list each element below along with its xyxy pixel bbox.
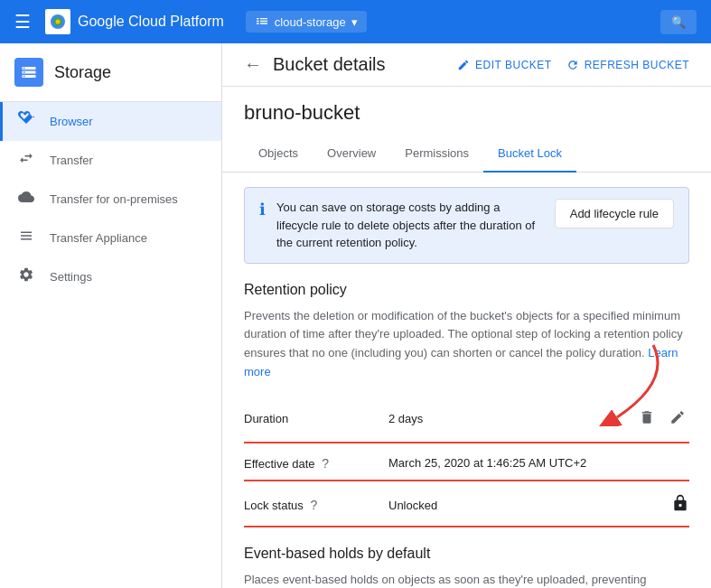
settings-icon: [17, 266, 35, 287]
bucket-section: bruno-bucket: [222, 87, 711, 125]
google-cloud-icon: [49, 13, 67, 31]
sidebar-product-name: Storage: [54, 63, 111, 82]
refresh-icon: [566, 59, 579, 71]
bucket-name: bruno-bucket: [244, 101, 689, 125]
edit-icon: [457, 59, 470, 71]
tab-permissions-label: Permissions: [405, 146, 469, 160]
duration-delete-button[interactable]: [635, 406, 659, 433]
duration-label: Duration: [244, 412, 388, 425]
padlock-icon: [671, 494, 689, 512]
edit-bucket-label: EDIT BUCKET: [475, 59, 552, 71]
sidebar-item-transfer-onprem[interactable]: Transfer for on-premises: [0, 180, 221, 219]
refresh-bucket-label: REFRESH BUCKET: [585, 59, 689, 71]
tab-overview[interactable]: Overview: [313, 135, 390, 173]
sidebar-item-transfer-appliance-label: Transfer Appliance: [50, 231, 147, 245]
main-header: ← Bucket details EDIT BUCKET REFRESH BUC…: [222, 43, 711, 87]
effective-date-help-icon[interactable]: ?: [322, 456, 329, 471]
effective-date-value: March 25, 2020 at 1:46:25 AM UTC+2: [388, 456, 689, 470]
svg-point-2: [56, 20, 61, 24]
main-layout: Storage Browser Transfer: [0, 43, 711, 588]
info-banner-text: You can save on storage costs by adding …: [276, 199, 544, 252]
info-banner: ℹ You can save on storage costs by addin…: [244, 187, 689, 264]
duration-field: Duration 2 days: [244, 397, 689, 443]
storage-icon: [21, 64, 37, 80]
tab-bucket-lock-label: Bucket Lock: [498, 146, 562, 160]
event-holds-desc: Places event-based holds on objects as s…: [244, 571, 689, 588]
retention-policy-title: Retention policy: [244, 282, 689, 298]
sidebar-item-transfer-appliance[interactable]: Transfer Appliance: [0, 219, 221, 257]
sidebar-item-transfer-onprem-label: Transfer for on-premises: [50, 192, 178, 206]
delete-icon: [639, 409, 655, 425]
appliance-svg: [18, 228, 34, 244]
menu-icon[interactable]: ☰: [14, 11, 31, 33]
project-dropdown-icon: ▾: [351, 15, 358, 29]
transfer-appliance-icon: [17, 228, 35, 248]
transfer-svg: [18, 150, 34, 166]
effective-date-field: Effective date ? March 25, 2020 at 1:46:…: [244, 447, 689, 481]
lock-icon[interactable]: [671, 494, 689, 517]
lock-status-help-icon[interactable]: ?: [310, 498, 317, 512]
sidebar-item-browser-label: Browser: [50, 115, 93, 128]
storage-product-icon: [14, 58, 43, 87]
main-content: ← Bucket details EDIT BUCKET REFRESH BUC…: [222, 43, 711, 588]
browser-svg: [18, 111, 34, 127]
sidebar-header: Storage: [0, 43, 221, 102]
gear-svg: [18, 266, 34, 283]
event-holds-title: Event-based holds by default: [244, 546, 689, 562]
content-area: ℹ You can save on storage costs by addin…: [222, 173, 711, 588]
lock-status-value: Unlocked: [388, 499, 671, 512]
tabs-container: Objects Overview Permissions Bucket Lock: [222, 135, 711, 173]
refresh-bucket-button[interactable]: REFRESH BUCKET: [566, 59, 689, 71]
header-actions: EDIT BUCKET REFRESH BUCKET: [457, 59, 689, 71]
sidebar-item-browser[interactable]: Browser: [0, 102, 221, 141]
back-button[interactable]: ←: [244, 54, 262, 75]
sidebar-item-settings[interactable]: Settings: [0, 257, 221, 296]
search-icon: 🔍: [671, 15, 686, 29]
cloud-icon: [18, 189, 34, 205]
logo-image: [45, 9, 70, 34]
search-button[interactable]: 🔍: [660, 10, 697, 34]
project-selector[interactable]: cloud-storage ▾: [246, 11, 367, 33]
tab-objects-label: Objects: [258, 146, 298, 160]
retention-learn-more-link[interactable]: Learn more: [244, 346, 678, 378]
info-icon: ℹ: [259, 200, 266, 219]
page-title: Bucket details: [273, 54, 446, 75]
sidebar-item-settings-label: Settings: [50, 270, 92, 284]
retention-policy-section: Retention policy Prevents the deletion o…: [244, 282, 689, 527]
duration-actions: [635, 406, 689, 433]
tab-overview-label: Overview: [327, 146, 376, 160]
duration-edit-button[interactable]: [666, 406, 689, 433]
tab-objects[interactable]: Objects: [244, 135, 313, 173]
top-nav: ☰ Google Cloud Platform cloud-storage ▾ …: [0, 0, 711, 43]
event-holds-section: Event-based holds by default Places even…: [244, 546, 689, 588]
lock-status-field: Lock status ? Unlocked: [244, 485, 689, 527]
project-name: cloud-storage: [275, 15, 346, 29]
app-logo[interactable]: Google Cloud Platform: [45, 9, 224, 34]
browser-icon: [17, 111, 35, 132]
transfer-icon: [17, 150, 35, 171]
tab-bucket-lock[interactable]: Bucket Lock: [483, 135, 576, 173]
edit-bucket-button[interactable]: EDIT BUCKET: [457, 59, 552, 71]
transfer-onprem-icon: [17, 189, 35, 210]
add-lifecycle-rule-button[interactable]: Add lifecycle rule: [555, 199, 674, 229]
lock-status-label: Lock status ?: [244, 498, 388, 512]
retention-policy-desc: Prevents the deletion or modification of…: [244, 307, 689, 382]
tab-permissions[interactable]: Permissions: [390, 135, 483, 173]
pencil-icon: [669, 409, 686, 425]
sidebar-item-transfer[interactable]: Transfer: [0, 141, 221, 180]
sidebar: Storage Browser Transfer: [0, 43, 222, 588]
app-name-label: Google Cloud Platform: [78, 14, 224, 30]
duration-value: 2 days: [388, 412, 635, 425]
sidebar-item-transfer-label: Transfer: [50, 154, 93, 167]
effective-date-label: Effective date ?: [244, 456, 388, 471]
project-icon: [255, 14, 269, 29]
